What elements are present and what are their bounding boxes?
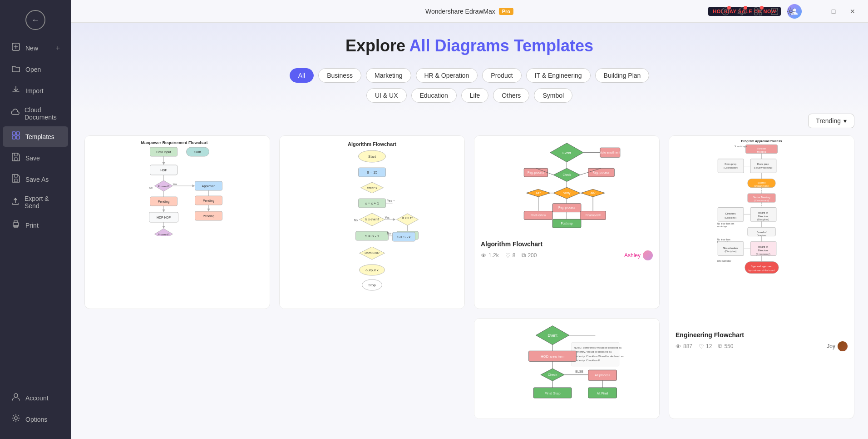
maximize-button[interactable]: □ (827, 5, 840, 18)
back-circle-icon[interactable]: ← (25, 10, 45, 30)
svg-text:Docs prep: Docs prep (757, 163, 769, 165)
sidebar-item-print-label: Print (25, 222, 39, 229)
sidebar-item-open-label: Open (25, 66, 41, 73)
plus-icon: + (56, 44, 60, 52)
program-views-item: 👁 887 (676, 343, 692, 350)
svg-text:Post step: Post step (561, 222, 573, 225)
author-avatar (643, 250, 653, 260)
filter-product[interactable]: Product (482, 68, 521, 83)
close-button[interactable]: ✕ (846, 5, 859, 18)
sidebar-item-templates[interactable]: Templates (3, 126, 68, 147)
sidebar-item-export-label: Export & Send (25, 195, 60, 210)
svg-text:Is x even?: Is x even? (365, 218, 380, 221)
sidebar-item-account[interactable]: Account (3, 388, 68, 408)
hero-highlight: All Diagrams Templates (409, 36, 593, 55)
svg-rect-6 (15, 179, 17, 182)
program-author-avatar (838, 341, 848, 351)
svg-rect-3 (12, 136, 15, 139)
new-icon (11, 42, 21, 54)
svg-text:HDF-HDF: HDF-HDF (157, 216, 171, 219)
svg-text:Proceed?: Proceed? (158, 233, 170, 236)
svg-text:Algorithm Flowchart: Algorithm Flowchart (348, 141, 396, 147)
topbar: Wondershare EdrawMax Pro HOLIDAY SALE ON… (71, 0, 868, 23)
svg-text:Shareholders: Shareholders (723, 247, 738, 249)
svg-text:enter x: enter x (367, 186, 377, 190)
template-card-manpower[interactable]: Manpower Requirement Flowchart Data Inpu… (84, 135, 270, 309)
filter-row-1: All Business Marketing HR & Operation Pr… (84, 68, 854, 83)
eye-icon2: 👁 (676, 343, 681, 350)
svg-rect-1 (12, 132, 15, 135)
svg-marker-74 (393, 218, 396, 221)
template-card-algorithm2[interactable]: Event Auto-enrollment Reg. process Check… (474, 135, 660, 309)
sidebar-item-export[interactable]: Export & Send (3, 190, 68, 214)
filter-uiux[interactable]: UI & UX (366, 88, 407, 103)
minimize-button[interactable]: — (808, 5, 821, 18)
svg-text:Final Step: Final Step (544, 391, 561, 395)
filter-marketing[interactable]: Marketing (366, 68, 411, 83)
svg-text:real entry. Checkbox F.: real entry. Checkbox F. (574, 359, 601, 362)
app-title: Wondershare EdrawMax Pro (425, 8, 513, 15)
svg-text:(Discipline): (Discipline) (725, 250, 736, 253)
store-icon[interactable] (770, 7, 779, 16)
svg-text:S = S - x: S = S - x (397, 235, 410, 239)
main-content: Wondershare EdrawMax Pro HOLIDAY SALE ON… (71, 0, 868, 439)
filter-others[interactable]: Others (493, 88, 529, 103)
filter-life[interactable]: Life (461, 88, 489, 103)
help-icon[interactable] (721, 7, 730, 16)
filter-symbol[interactable]: Symbol (534, 88, 572, 103)
sidebar-item-saveas[interactable]: Save As (3, 169, 68, 190)
hero-prefix: Explore (345, 36, 409, 55)
sort-label: Trending (816, 117, 841, 125)
svg-text:NOTE: Sometimes Would be decla: NOTE: Sometimes Would be declared as (574, 346, 621, 349)
grid-icon[interactable] (754, 7, 763, 16)
sidebar-item-options[interactable]: Options (3, 409, 68, 429)
filter-all[interactable]: All (290, 68, 314, 83)
filter-education[interactable]: Education (411, 88, 457, 103)
svg-text:(Discipline): (Discipline) (757, 218, 769, 221)
settings-icon[interactable] (786, 7, 795, 16)
svg-text:Reg. process: Reg. process (558, 206, 575, 210)
sidebar-item-cloud[interactable]: Cloud Documents (3, 102, 68, 125)
svg-text:Event: Event (562, 151, 571, 155)
sidebar-item-new[interactable]: New + (3, 38, 68, 58)
filter-building[interactable]: Building Plan (595, 68, 650, 83)
svg-text:Check: Check (548, 373, 557, 377)
print-icon (11, 220, 21, 231)
template-author-program: Joy (827, 341, 848, 351)
svg-text:Pending: Pending (158, 200, 170, 204)
sidebar-item-print[interactable]: Print (3, 215, 68, 235)
filter-hr[interactable]: HR & Operation (416, 68, 478, 83)
svg-text:real entry. Checkbox Would be : real entry. Checkbox Would be declared a… (574, 355, 624, 358)
sort-dropdown[interactable]: Trending ▾ (808, 114, 854, 128)
svg-text:No: No (149, 186, 153, 189)
svg-marker-51 (207, 209, 210, 211)
template-card-engineering[interactable]: Event NOTE: Sometimes Would be declared … (474, 318, 660, 419)
svg-text:Reg. process: Reg. process (592, 171, 609, 175)
save-icon (11, 152, 21, 164)
svg-text:HDF: HDF (160, 169, 167, 172)
svg-rect-13 (755, 8, 757, 10)
template-card-program[interactable]: Program Approval Process Review Meeting … (669, 135, 854, 419)
filter-it[interactable]: IT & Engineering (526, 68, 591, 83)
open-icon (11, 64, 21, 75)
svg-text:Reg. process: Reg. process (528, 171, 544, 175)
template-card-algorithm1[interactable]: Algorithm Flowchart Start S = 15 enter x (279, 135, 465, 309)
copy-icon: ⧉ (522, 252, 526, 259)
back-button[interactable]: ← (0, 5, 71, 37)
filter-business[interactable]: Business (318, 68, 361, 83)
svg-text:Submit: Submit (758, 181, 766, 184)
svg-text:(Discipline): (Discipline) (725, 216, 736, 219)
sidebar-item-import[interactable]: Import (3, 80, 68, 101)
sidebar-item-open[interactable]: Open (3, 59, 68, 80)
svg-text:workdays: workdays (717, 225, 728, 228)
svg-text:Board of: Board of (757, 231, 767, 234)
sidebar-item-save[interactable]: Save (3, 148, 68, 168)
svg-text:Alt?: Alt? (591, 191, 596, 195)
svg-rect-16 (759, 12, 762, 15)
svg-text:Pending: Pending (203, 215, 215, 218)
template-title-program: Engineering Flowchart (676, 331, 848, 339)
svg-rect-4 (16, 136, 20, 139)
sidebar-item-new-label: New (25, 45, 38, 52)
notification-icon[interactable] (737, 7, 746, 16)
svg-text:Yes: Yes (385, 216, 390, 219)
